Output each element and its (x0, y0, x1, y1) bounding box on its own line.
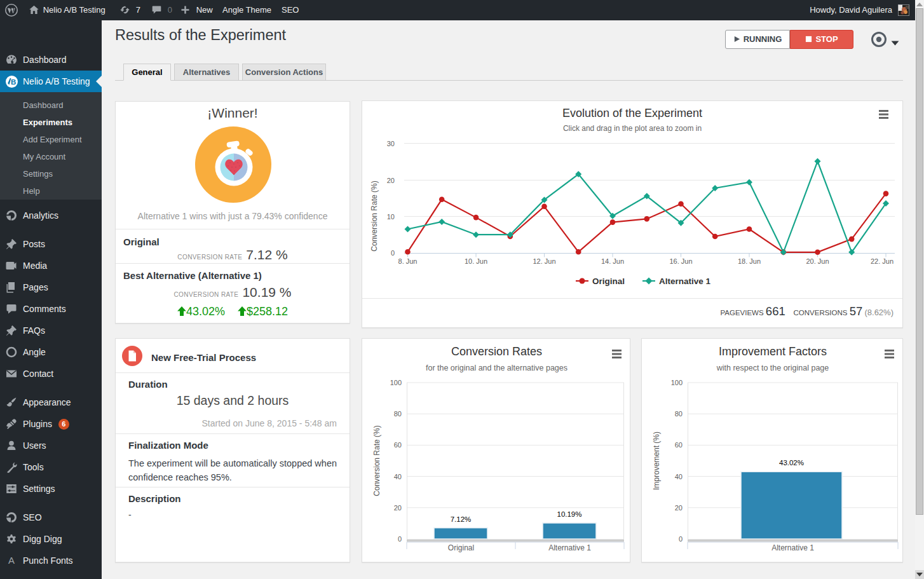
svg-text:Alternative 1: Alternative 1 (659, 276, 711, 286)
svg-text:Original: Original (592, 276, 625, 286)
svg-text:0: 0 (391, 249, 395, 257)
svg-text:100: 100 (671, 379, 683, 386)
svg-text:Conversion Rates: Conversion Rates (451, 345, 542, 358)
svg-text:Conversion Rate (%): Conversion Rate (%) (370, 181, 379, 251)
svg-text:60: 60 (675, 441, 683, 449)
svg-text:60: 60 (394, 441, 402, 449)
svg-text:12. Jun: 12. Jun (533, 257, 555, 265)
svg-text:80: 80 (675, 410, 683, 418)
svg-text:80: 80 (394, 410, 402, 418)
svg-text:7.12%: 7.12% (451, 515, 472, 523)
svg-text:20: 20 (394, 504, 402, 512)
svg-text:43.02%: 43.02% (779, 459, 804, 467)
svg-text:for the original and the alter: for the original and the alternative pag… (426, 364, 567, 372)
svg-text:22. Jun: 22. Jun (871, 257, 893, 265)
svg-text:with respect to the original p: with respect to the original page (716, 364, 829, 372)
svg-text:14. Jun: 14. Jun (601, 257, 624, 265)
svg-text:40: 40 (675, 473, 683, 480)
svg-text:Improvement Factors: Improvement Factors (719, 345, 827, 358)
svg-text:Original: Original (448, 543, 474, 552)
svg-text:0: 0 (398, 535, 402, 543)
svg-text:Click and drag in the plot are: Click and drag in the plot area to zoom … (563, 124, 702, 133)
svg-text:18. Jun: 18. Jun (738, 257, 761, 265)
svg-text:Evolution of the Experiment: Evolution of the Experiment (562, 107, 702, 119)
svg-text:30: 30 (387, 140, 395, 147)
svg-text:20: 20 (387, 177, 395, 184)
svg-text:0: 0 (679, 535, 683, 543)
svg-text:Improvement (%): Improvement (%) (652, 432, 661, 490)
svg-text:10: 10 (387, 213, 395, 221)
svg-text:20: 20 (675, 504, 683, 512)
svg-text:16. Jun: 16. Jun (669, 257, 692, 265)
svg-text:100: 100 (390, 379, 402, 386)
svg-text:8. Jun: 8. Jun (398, 257, 418, 265)
svg-text:B: B (11, 78, 16, 86)
svg-text:10. Jun: 10. Jun (465, 257, 487, 265)
svg-text:Alternative 1: Alternative 1 (771, 543, 814, 552)
svg-text:A: A (8, 555, 15, 566)
svg-text:10.19%: 10.19% (557, 510, 581, 518)
svg-text:Alternative 1: Alternative 1 (548, 543, 591, 552)
svg-text:40: 40 (394, 473, 402, 480)
svg-text:Conversion Rate (%): Conversion Rate (%) (372, 425, 381, 496)
svg-text:20. Jun: 20. Jun (806, 257, 829, 265)
